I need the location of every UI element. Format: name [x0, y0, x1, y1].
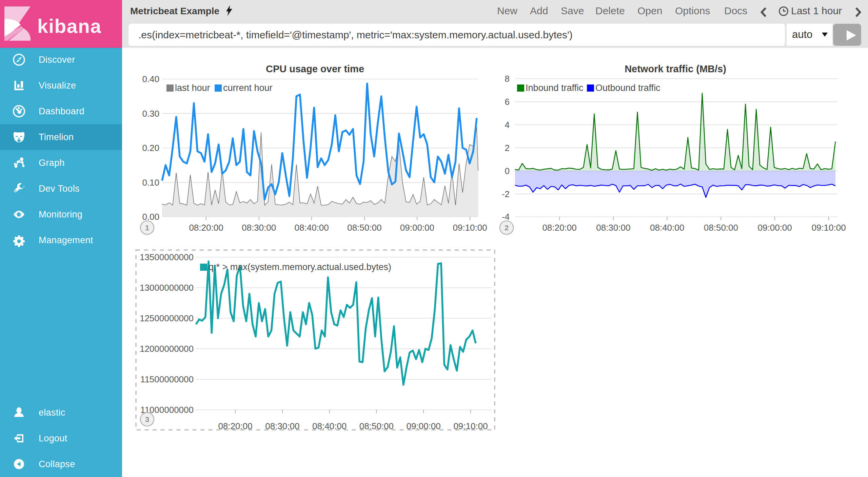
svg-text:08:20:00: 08:20:00: [542, 223, 576, 233]
svg-text:2: 2: [505, 224, 509, 232]
svg-text:09:10:00: 09:10:00: [811, 223, 846, 233]
svg-text:08:30:00: 08:30:00: [265, 421, 299, 431]
svg-text:0.20: 0.20: [142, 143, 159, 153]
svg-text:0.00: 0.00: [142, 212, 159, 222]
svg-text:08:30:00: 08:30:00: [242, 223, 276, 233]
svg-text:3: 3: [145, 415, 149, 424]
svg-text:CPU usage over time: CPU usage over time: [266, 63, 364, 74]
svg-text:last hour: last hour: [175, 83, 210, 93]
svg-text:q:* > max(system.memory.actual: q:* > max(system.memory.actual.used.byte…: [209, 262, 391, 272]
svg-text:08:40:00: 08:40:00: [295, 223, 329, 233]
svg-text:kibana: kibana: [37, 15, 102, 37]
svg-text:0.30: 0.30: [142, 109, 159, 119]
svg-text:12000000000: 12000000000: [140, 344, 194, 354]
svg-text:08:40:00: 08:40:00: [650, 223, 684, 233]
svg-text:09:10:00: 09:10:00: [453, 421, 488, 431]
svg-text:6: 6: [505, 97, 510, 107]
svg-text:Outbound traffic: Outbound traffic: [595, 83, 660, 93]
svg-text:Inbound traffic: Inbound traffic: [526, 83, 584, 93]
svg-text:09:10:00: 09:10:00: [453, 223, 487, 233]
svg-text:1: 1: [145, 224, 149, 232]
svg-text:08:50:00: 08:50:00: [359, 421, 394, 431]
svg-text:09:00:00: 09:00:00: [758, 223, 792, 233]
svg-text:08:50:00: 08:50:00: [347, 223, 381, 233]
svg-text:-4: -4: [502, 212, 510, 222]
svg-text:13500000000: 13500000000: [140, 252, 194, 262]
svg-text:08:20:00: 08:20:00: [218, 421, 252, 431]
svg-text:08:20:00: 08:20:00: [189, 223, 223, 233]
svg-text:0.10: 0.10: [142, 177, 159, 188]
svg-text:current hour: current hour: [223, 83, 273, 93]
svg-text:Network traffic (MB/s): Network traffic (MB/s): [625, 63, 726, 74]
svg-text:08:30:00: 08:30:00: [596, 223, 630, 233]
svg-text:2: 2: [505, 143, 510, 153]
svg-text:11500000000: 11500000000: [140, 374, 194, 384]
svg-text:12500000000: 12500000000: [140, 313, 194, 323]
svg-text:08:50:00: 08:50:00: [704, 223, 738, 233]
svg-text:13000000000: 13000000000: [140, 283, 194, 293]
svg-text:4: 4: [505, 120, 510, 130]
svg-text:09:00:00: 09:00:00: [407, 421, 441, 431]
svg-text:0.40: 0.40: [142, 74, 159, 84]
svg-text:09:00:00: 09:00:00: [400, 223, 434, 233]
svg-text:0: 0: [505, 166, 510, 176]
svg-text:8: 8: [505, 74, 510, 84]
svg-text:-2: -2: [502, 189, 510, 199]
svg-text:08:40:00: 08:40:00: [312, 421, 347, 431]
